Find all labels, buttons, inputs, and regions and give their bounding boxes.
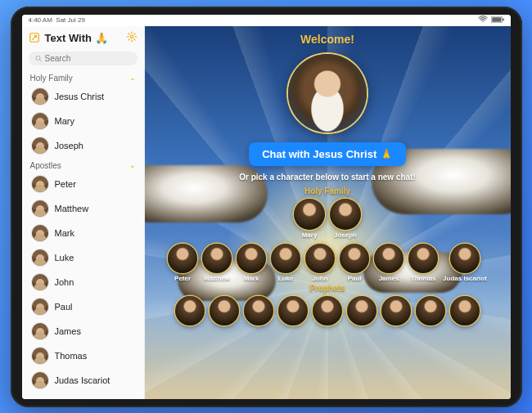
sidebar-item-peter[interactable]: Peter xyxy=(22,172,144,196)
section-holy-family: Holy Family Mary Joseph xyxy=(294,186,361,239)
character-name: Matthew xyxy=(204,275,230,282)
character-name: James xyxy=(379,275,399,282)
avatar xyxy=(32,88,48,105)
avatar xyxy=(408,244,438,273)
character-thomas[interactable]: Thomas xyxy=(408,244,438,282)
sidebar-item-label: Jesus Christ xyxy=(55,92,105,101)
avatar xyxy=(32,200,48,217)
group-header-apostles[interactable]: Apostles ⌄ xyxy=(22,158,144,172)
sidebar-item-mary[interactable]: Mary xyxy=(22,109,144,133)
character-james[interactable]: James xyxy=(374,244,404,282)
avatar xyxy=(278,296,308,325)
avatar xyxy=(450,296,480,325)
sidebar-item-luke[interactable]: Luke xyxy=(22,245,144,270)
character-mark[interactable]: Mark xyxy=(237,244,266,282)
character-peter[interactable]: Peter xyxy=(168,244,197,282)
character-prophet[interactable] xyxy=(381,296,411,325)
avatar xyxy=(340,244,369,273)
sidebar-item-james[interactable]: James xyxy=(22,319,144,343)
avatar xyxy=(244,296,273,325)
avatar xyxy=(416,296,445,325)
avatar xyxy=(168,244,197,273)
sidebar-item-paul[interactable]: Paul xyxy=(22,294,144,319)
group-header-holy-family[interactable]: Holy Family ⌄ xyxy=(22,70,144,84)
avatar xyxy=(381,296,411,325)
sidebar-scroll[interactable]: Holy Family ⌄ Jesus Christ Mary Joseph A… xyxy=(22,70,144,399)
character-prophet[interactable] xyxy=(278,296,308,325)
avatar xyxy=(294,199,325,230)
character-prophet[interactable] xyxy=(347,296,376,325)
avatar xyxy=(32,137,48,154)
app-title: Text With 🙏 xyxy=(45,32,121,44)
avatar xyxy=(32,299,48,315)
character-matthew[interactable]: Matthew xyxy=(202,244,232,282)
character-prophet[interactable] xyxy=(450,296,480,325)
character-name: Mary xyxy=(302,231,318,239)
avatar xyxy=(313,296,342,325)
character-prophet[interactable] xyxy=(210,296,239,325)
avatar xyxy=(32,176,48,192)
character-name: Peter xyxy=(174,275,191,282)
character-prophet[interactable] xyxy=(175,296,205,325)
sidebar-item-label: John xyxy=(55,277,74,287)
search-box[interactable] xyxy=(29,52,138,65)
character-judas-iscariot[interactable]: Judas Iscariot xyxy=(443,244,487,282)
svg-rect-2 xyxy=(503,18,504,20)
sidebar-item-label: James xyxy=(55,326,81,336)
group-label: Holy Family xyxy=(30,74,73,83)
sidebar-item-label: Peter xyxy=(55,179,76,189)
sidebar-header: Text With 🙏 xyxy=(22,26,144,48)
sidebar-item-judas-iscariot[interactable]: Judas Iscariot xyxy=(22,368,144,393)
avatar xyxy=(347,296,376,325)
sidebar-item-label: Joseph xyxy=(55,141,83,150)
avatar xyxy=(210,296,239,325)
sidebar-item-thomas[interactable]: Thomas xyxy=(22,343,144,368)
character-prophet[interactable] xyxy=(416,296,445,325)
avatar xyxy=(374,244,404,273)
screen: 4:40 AM Sat Jul 29 Text With 🙏 xyxy=(22,15,511,399)
character-name: Thomas xyxy=(411,275,436,282)
section-title: Holy Family xyxy=(294,186,361,195)
sidebar-item-label: Mary xyxy=(55,116,74,126)
avatar xyxy=(32,372,48,388)
character-name: Paul xyxy=(348,275,362,282)
wifi-icon xyxy=(478,16,488,25)
avatar xyxy=(271,244,300,273)
chevron-down-icon: ⌄ xyxy=(129,74,136,82)
character-joseph[interactable]: Joseph xyxy=(330,199,361,239)
avatar xyxy=(237,244,266,273)
svg-point-5 xyxy=(130,35,133,38)
sidebar-item-label: Paul xyxy=(55,302,73,312)
character-name: John xyxy=(313,275,328,282)
avatar xyxy=(32,323,48,339)
sidebar-item-label: Thomas xyxy=(55,351,88,361)
chat-with-jesus-button[interactable]: Chat with Jesus Christ 🙏 xyxy=(249,142,406,166)
sidebar-item-john[interactable]: John xyxy=(22,270,144,294)
section-apostles: Peter Matthew Mark Luke John Paul James … xyxy=(168,244,487,282)
compose-icon[interactable] xyxy=(29,32,40,43)
sidebar-item-mark[interactable]: Mark xyxy=(22,221,144,245)
svg-line-7 xyxy=(39,60,41,61)
sidebar-item-label: Judas Iscariot xyxy=(55,375,110,385)
svg-point-0 xyxy=(482,21,484,23)
avatar xyxy=(330,199,361,230)
sidebar-item-matthew[interactable]: Matthew xyxy=(22,196,144,221)
gear-icon[interactable] xyxy=(126,31,138,45)
character-mary[interactable]: Mary xyxy=(294,199,325,239)
character-paul[interactable]: Paul xyxy=(340,244,369,282)
character-john[interactable]: John xyxy=(305,244,335,282)
chevron-down-icon: ⌄ xyxy=(129,161,136,169)
search-input[interactable] xyxy=(45,54,131,63)
avatar xyxy=(305,244,335,273)
svg-rect-3 xyxy=(492,17,501,22)
section-prophets: Prophets xyxy=(175,284,480,325)
character-name: Luke xyxy=(278,275,294,282)
section-title: Prophets xyxy=(175,284,480,293)
tablet-frame: 4:40 AM Sat Jul 29 Text With 🙏 xyxy=(11,7,522,407)
character-prophet[interactable] xyxy=(313,296,342,325)
sidebar-item-jesus-christ[interactable]: Jesus Christ xyxy=(22,84,144,109)
character-luke[interactable]: Luke xyxy=(271,244,300,282)
sidebar-item-joseph[interactable]: Joseph xyxy=(22,133,144,158)
character-prophet[interactable] xyxy=(244,296,273,325)
sidebar-item-label: Luke xyxy=(55,253,74,263)
